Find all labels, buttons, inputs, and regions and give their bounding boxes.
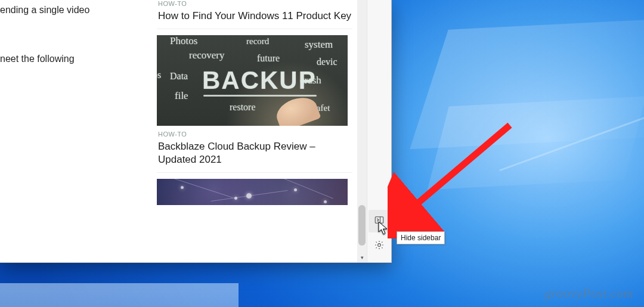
feed-card[interactable]: HOW-TO How to Find Your Windows 11 Produ…	[157, 0, 352, 29]
mouse-cursor-icon	[378, 221, 390, 239]
card-thumbnail[interactable]	[157, 179, 348, 205]
gear-icon	[374, 240, 385, 253]
thumb-word-main: BACKUP	[202, 66, 317, 95]
thumb-word: record	[246, 36, 269, 46]
taskbar-partial[interactable]	[0, 283, 239, 307]
feed-card[interactable]	[157, 179, 352, 216]
body-text-fragment: neet the following	[0, 52, 147, 66]
thumb-hand	[273, 92, 321, 126]
card-category: HOW-TO	[158, 0, 352, 7]
feed-card[interactable]: Photos recovery record system future dev…	[157, 35, 352, 173]
thumb-word: Photos	[170, 35, 197, 47]
card-thumbnail[interactable]: Photos recovery record system future dev…	[157, 35, 348, 126]
browser-window: ending a single video neet the following…	[0, 0, 392, 263]
svg-point-2	[378, 244, 381, 247]
scrollbar-thumb[interactable]	[358, 205, 366, 246]
sidebar-feed[interactable]: HOW-TO How to Find Your Windows 11 Produ…	[152, 0, 367, 262]
wallpaper-shape	[428, 97, 644, 190]
thumb-word: eos	[157, 70, 161, 80]
scrollbar-track[interactable]: ▾	[357, 0, 367, 262]
thumb-word: restore	[230, 102, 256, 113]
body-text-fragment: ending a single video	[0, 4, 147, 17]
page-body: ending a single video neet the following	[0, 0, 152, 262]
thumb-word: file	[175, 90, 188, 102]
thumb-word: devic	[317, 57, 338, 67]
thumb-word: future	[257, 53, 280, 64]
thumb-word: Data	[170, 71, 188, 82]
tooltip: Hide sidebar	[397, 231, 445, 244]
thumb-word: system	[305, 39, 333, 51]
thumb-word: recovery	[189, 49, 224, 61]
card-title[interactable]: How to Find Your Windows 11 Product Key	[158, 10, 352, 23]
scrollbar-down-icon[interactable]: ▾	[357, 253, 367, 262]
thumb-underline	[203, 95, 317, 97]
card-title[interactable]: Backblaze Cloud Backup Review – Updated …	[158, 140, 352, 166]
watermark: groovyPost.com	[544, 286, 633, 301]
card-category: HOW-TO	[158, 131, 352, 138]
